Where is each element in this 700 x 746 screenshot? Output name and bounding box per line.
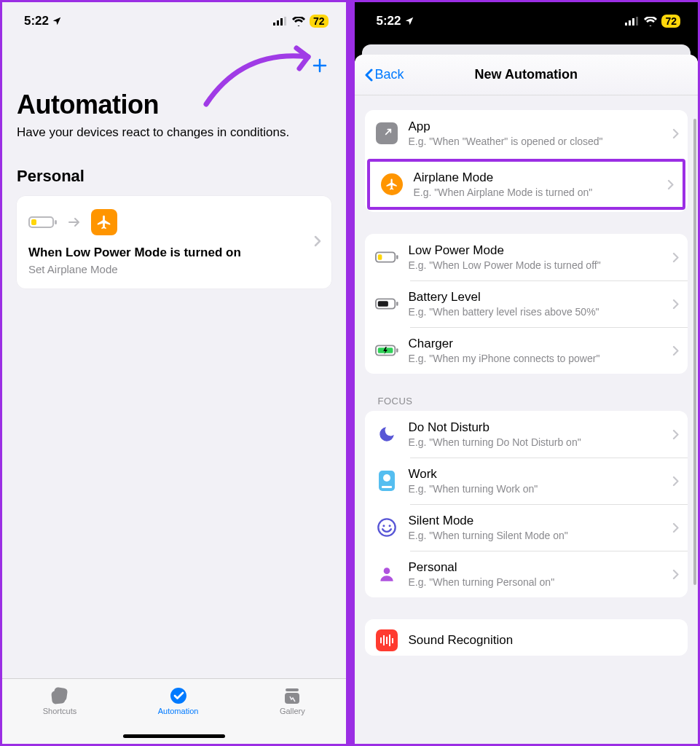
svg-rect-6 [31,219,36,225]
status-bar: 5:22 72 [355,2,699,40]
row-subtitle: E.g. "When turning Work on" [409,483,663,495]
svg-rect-1 [277,20,279,25]
scrollbar[interactable] [693,119,696,585]
back-button[interactable]: Back [363,67,404,82]
svg-rect-5 [55,220,57,224]
tab-gallery[interactable]: Gallery [280,686,305,715]
chevron-right-icon [672,569,679,580]
chevron-left-icon [363,68,374,82]
charger-icon [375,339,398,362]
row-subtitle: E.g. "When battery level rises above 50%… [409,306,663,318]
row-title: Personal [409,560,663,575]
row-title: Low Power Mode [409,243,663,258]
wifi-icon [644,17,657,26]
row-silent[interactable]: Silent Mode E.g. "When turning Silent Mo… [365,504,688,551]
svg-point-26 [382,525,385,527]
tab-automation[interactable]: Automation [158,686,199,715]
row-subtitle: E.g. "When turning Do Not Disturb on" [409,436,663,448]
arrow-right-icon [68,217,81,227]
gallery-icon [282,686,302,705]
trigger-group: Sound Recognition [365,619,688,656]
svg-rect-8 [51,690,66,704]
status-time: 5:22 [24,14,49,28]
card-subtitle: Set Airplane Mode [28,263,320,275]
moon-icon [375,423,398,446]
automation-card[interactable]: When Low Power Mode is turned on Set Air… [17,196,331,288]
row-dnd[interactable]: Do Not Disturb E.g. "When turning Do Not… [365,411,688,458]
focus-header: FOCUS [378,396,685,407]
svg-point-25 [378,519,395,535]
row-subtitle: E.g. "When Low Power Mode is turned off" [409,259,663,271]
row-charger[interactable]: Charger E.g. "When my iPhone connects to… [365,327,688,374]
modal-sheet: Back New Automation App E [355,55,699,744]
row-title: Airplane Mode [414,170,658,185]
smiley-icon [375,516,398,539]
svg-rect-18 [377,254,382,260]
row-subtitle: E.g. "When my iPhone connects to power" [409,353,663,364]
row-title: Do Not Disturb [409,420,663,435]
row-title: Silent Mode [409,514,663,528]
focus-group: Do Not Disturb E.g. "When turning Do Not… [365,411,688,597]
phone-left: 5:22 72 Automation Have your devices rea… [0,0,348,746]
low-power-icon [375,246,398,269]
phone-right: 5:22 72 Back New Automation [353,0,701,746]
chevron-right-icon [672,476,679,487]
battery-level: 72 [661,15,680,28]
svg-rect-15 [636,17,638,25]
airplane-app-icon [91,209,117,235]
svg-rect-23 [396,348,398,353]
svg-point-27 [388,525,390,527]
svg-rect-12 [625,23,627,25]
row-battery-level[interactable]: Battery Level E.g. "When battery level r… [365,280,688,327]
low-battery-icon [28,215,58,229]
row-sound-recognition[interactable]: Sound Recognition [365,619,688,656]
row-low-power[interactable]: Low Power Mode E.g. "When Low Power Mode… [365,234,688,280]
tab-shortcuts[interactable]: Shortcuts [43,686,76,715]
sound-icon [375,629,398,652]
svg-rect-14 [632,18,634,25]
status-bar: 5:22 72 [2,2,346,40]
row-personal[interactable]: Personal E.g. "When turning Personal on" [365,551,688,597]
section-personal: Personal [17,167,331,186]
airplane-icon [380,173,404,196]
card-title: When Low Power Mode is turned on [28,246,320,260]
chevron-right-icon [314,235,321,250]
chevron-right-icon [672,128,679,139]
svg-rect-0 [273,23,275,25]
badge-icon [375,469,398,492]
chevron-right-icon [672,252,679,263]
tab-label: Gallery [280,707,305,715]
battery-icon [375,292,398,315]
home-indicator[interactable] [123,734,225,738]
row-subtitle: E.g. "When "Weather" is opened or closed… [409,136,663,147]
row-title: Battery Level [409,290,663,305]
cellular-icon [273,17,288,25]
nav-title: New Automation [475,67,578,82]
trigger-group: App E.g. "When "Weather" is opened or cl… [365,110,688,212]
row-airplane-mode[interactable]: Airplane Mode E.g. "When Airplane Mode i… [370,162,683,207]
chevron-right-icon [667,179,674,190]
back-label: Back [375,67,404,82]
row-subtitle: E.g. "When turning Personal on" [409,576,663,588]
app-icon [375,122,398,145]
location-icon [52,16,62,26]
chevron-right-icon [672,429,679,440]
row-title: Charger [409,337,663,351]
svg-rect-13 [629,20,631,25]
row-app[interactable]: App E.g. "When "Weather" is opened or cl… [365,110,688,157]
page-subtitle: Have your devices react to changes in co… [17,125,331,141]
svg-rect-2 [280,18,283,25]
row-title: Work [409,467,663,482]
tab-label: Automation [158,707,199,715]
add-button[interactable] [311,55,329,79]
status-time: 5:22 [377,14,401,28]
person-icon [375,562,398,586]
svg-rect-21 [377,301,388,307]
tab-label: Shortcuts [43,707,76,715]
row-subtitle: E.g. "When turning Silent Mode on" [409,530,663,541]
row-work[interactable]: Work E.g. "When turning Work on" [365,458,688,504]
automation-icon [168,686,189,705]
cellular-icon [625,17,640,25]
svg-point-9 [170,688,186,704]
nav-bar: Back New Automation [355,55,699,95]
